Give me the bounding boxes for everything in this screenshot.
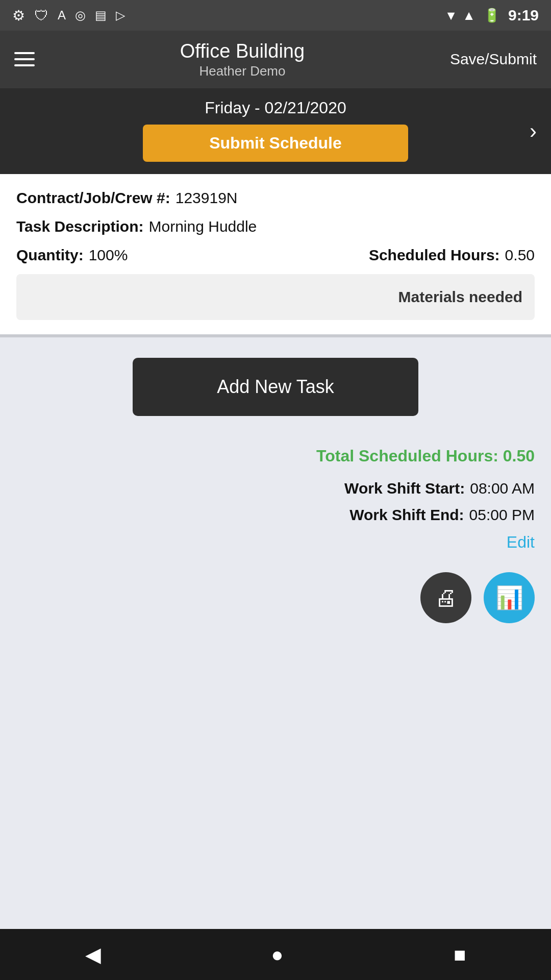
work-shift-end-label: Work Shift End: xyxy=(349,506,464,524)
scheduled-hours-value: 0.50 xyxy=(505,247,535,264)
status-bar-left-icons: ⚙ 🛡 A ◎ ▤ ▷ xyxy=(12,7,125,24)
save-submit-button[interactable]: Save/Submit xyxy=(450,51,537,68)
signal-icon: ▲ xyxy=(462,8,475,23)
contract-label: Contract/Job/Crew #: xyxy=(16,189,170,207)
network-icon: ◎ xyxy=(75,8,86,22)
status-bar-right: ▾ ▲ 🔋 9:19 xyxy=(447,7,539,24)
header-title: Office Building xyxy=(180,40,305,63)
print-fab-button[interactable]: 🖨 xyxy=(420,572,471,623)
battery-icon: 🔋 xyxy=(484,8,500,23)
home-nav-button[interactable]: ● xyxy=(271,943,283,966)
app-header: Office Building Heather Demo Save/Submit xyxy=(0,31,551,88)
task-info-area: Contract/Job/Crew #: 123919N Task Descri… xyxy=(0,174,551,334)
text-icon: A xyxy=(58,8,66,22)
task-desc-row: Task Description: Morning Huddle xyxy=(16,218,535,235)
back-nav-button[interactable]: ◀ xyxy=(85,943,101,966)
settings-icon: ⚙ xyxy=(12,7,25,24)
fab-row: 🖨 📊 xyxy=(16,572,535,623)
work-shift-start-label: Work Shift Start: xyxy=(344,480,465,497)
date-text: Friday - 02/21/2020 xyxy=(205,99,346,117)
bottom-nav: ◀ ● ■ xyxy=(0,929,551,980)
quantity-value: 100% xyxy=(89,247,128,264)
work-shift-start-value: 08:00 AM xyxy=(470,480,535,497)
submit-schedule-button[interactable]: Submit Schedule xyxy=(143,125,408,162)
materials-row: Materials needed xyxy=(16,274,535,320)
sim-icon: ▤ xyxy=(95,8,107,22)
play-icon: ▷ xyxy=(116,8,125,22)
main-content: Add New Task Total Scheduled Hours: 0.50… xyxy=(0,337,551,797)
edit-button[interactable]: Edit xyxy=(16,533,535,552)
materials-text: Materials needed xyxy=(398,288,522,306)
task-desc-label: Task Description: xyxy=(16,218,144,235)
next-day-button[interactable]: › xyxy=(530,119,537,143)
total-scheduled-hours: Total Scheduled Hours: 0.50 xyxy=(16,447,535,465)
scheduled-hours-half: Scheduled Hours: 0.50 xyxy=(369,247,535,264)
chart-fab-button[interactable]: 📊 xyxy=(484,572,535,623)
header-title-block: Office Building Heather Demo xyxy=(180,40,305,79)
time-display: 9:19 xyxy=(508,7,539,24)
wifi-icon: ▾ xyxy=(447,8,454,23)
date-row: Friday - 02/21/2020 Submit Schedule › xyxy=(0,88,551,174)
print-icon: 🖨 xyxy=(435,585,457,610)
work-shift-end-value: 05:00 PM xyxy=(469,506,535,524)
quantity-half: Quantity: 100% xyxy=(16,247,369,264)
task-desc-value: Morning Huddle xyxy=(149,218,257,235)
header-subtitle: Heather Demo xyxy=(180,63,305,79)
hamburger-menu-button[interactable] xyxy=(14,52,35,66)
work-shift-start-row: Work Shift Start: 08:00 AM xyxy=(16,480,535,497)
quantity-hours-row: Quantity: 100% Scheduled Hours: 0.50 xyxy=(16,247,535,264)
quantity-label: Quantity: xyxy=(16,247,84,264)
shield-icon: 🛡 xyxy=(34,7,48,24)
contract-row: Contract/Job/Crew #: 123919N xyxy=(16,189,535,207)
contract-value: 123919N xyxy=(176,189,238,207)
work-shift-end-row: Work Shift End: 05:00 PM xyxy=(16,506,535,524)
add-new-task-button[interactable]: Add New Task xyxy=(133,358,418,416)
chart-bar-icon: 📊 xyxy=(495,584,523,611)
recents-nav-button[interactable]: ■ xyxy=(454,943,466,966)
scheduled-hours-label: Scheduled Hours: xyxy=(369,247,500,264)
status-bar: ⚙ 🛡 A ◎ ▤ ▷ ▾ ▲ 🔋 9:19 xyxy=(0,0,551,31)
